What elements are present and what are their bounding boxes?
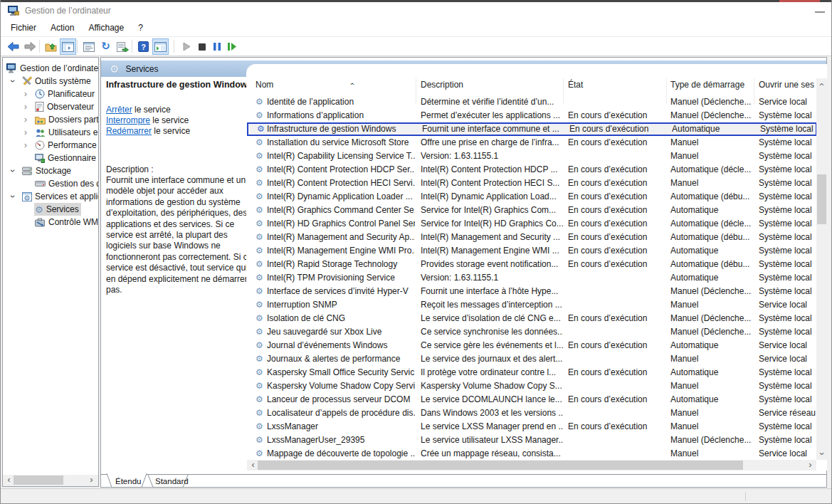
service-description: Kaspersky Volume Shadow Copy S... — [421, 381, 563, 391]
pause-service-button[interactable] — [209, 38, 225, 55]
service-row[interactable]: ⚙Lanceur de processus serveur DCOMLe ser… — [247, 393, 817, 406]
properties-button[interactable] — [80, 38, 97, 55]
event-viewer-icon — [35, 102, 44, 112]
chevron-collapsed-icon[interactable]: › — [21, 127, 30, 138]
chevron-collapsed-icon[interactable]: › — [21, 88, 30, 100]
service-row[interactable]: ⚙LxssManagerUser_29395Le service utilisa… — [247, 434, 817, 447]
tree-item-wmi-control[interactable]: Contrôle WM — [3, 216, 99, 229]
column-header-nom[interactable]: Nom — [256, 80, 273, 90]
tree-item-disk-management[interactable]: Gestion des d — [3, 177, 99, 190]
tree-item-content: Outils système — [21, 75, 93, 88]
tree-horizontal-scrollbar[interactable]: › › — [3, 475, 98, 486]
menu-help[interactable]: ? — [131, 20, 150, 36]
service-row[interactable]: ⚙LxssManagerLe service LXSS Manager pren… — [247, 420, 817, 434]
menu-fichier[interactable]: Fichier — [4, 20, 43, 36]
stop-service-link[interactable]: Arrêter — [106, 105, 132, 115]
scroll-left-icon[interactable]: › — [4, 475, 14, 485]
service-row[interactable]: ⚙Interruption SNMPReçoit les messages d’… — [247, 298, 817, 312]
menu-affichage[interactable]: Affichage — [81, 20, 131, 36]
scroll-up-icon[interactable]: › — [816, 79, 827, 90]
horizontal-scrollbar[interactable]: › › — [247, 460, 816, 471]
service-description: Service for Intel(R) HD Graphics Co... — [421, 219, 563, 229]
tree-item-task-scheduler[interactable]: ›Planificateur — [3, 88, 99, 100]
chevron-collapsed-icon[interactable]: › — [21, 101, 30, 112]
menu-action[interactable]: Action — [43, 20, 81, 36]
start-service-button[interactable] — [179, 38, 195, 55]
service-description: Ce service gère les événements et l... — [421, 340, 563, 350]
service-row[interactable]: ⚙Intel(R) Capability Licensing Service T… — [247, 149, 817, 163]
service-row[interactable]: ⚙Kaspersky Small Office Security Servic.… — [247, 366, 817, 379]
tab-standard[interactable]: Standard — [155, 477, 189, 485]
tab-etendu[interactable]: Étendu — [115, 477, 141, 485]
export-list-button[interactable] — [115, 38, 131, 55]
tree-item-computer[interactable]: Gestion de l’ordinate — [3, 62, 99, 75]
minimize-button[interactable] — [811, 4, 829, 19]
service-row[interactable]: ⚙Interface de services d’invité Hyper-VF… — [247, 285, 817, 298]
chevron-collapsed-icon[interactable]: › — [21, 114, 30, 125]
tree-item-content: Gestionnaire — [34, 152, 98, 164]
tree-item-local-users[interactable]: ›Utilisateurs e — [3, 126, 99, 139]
chevron-expanded-icon[interactable]: › — [7, 77, 19, 85]
tree-scrollbar-thumb[interactable] — [14, 476, 63, 485]
stop-service-button[interactable] — [194, 38, 210, 55]
chevron-expanded-icon[interactable]: › — [7, 167, 19, 175]
service-row[interactable]: ⚙Journaux & alertes de performanceLe ser… — [247, 352, 817, 366]
show-console-tree-button[interactable] — [60, 38, 76, 55]
chevron-collapsed-icon[interactable]: › — [21, 140, 30, 151]
help-button[interactable]: ? — [135, 38, 152, 55]
column-header-etat[interactable]: État — [568, 80, 583, 90]
pause-service-link[interactable]: Interrompre — [106, 115, 150, 125]
restart-service-link[interactable]: Redémarrer — [106, 126, 152, 136]
scroll-down-icon[interactable]: › — [816, 448, 827, 459]
tree-item-storage[interactable]: ›Stockage — [3, 164, 99, 177]
service-row[interactable]: ⚙Journal d’événements WindowsCe service … — [247, 339, 817, 352]
service-row[interactable]: ⚙Informations d’applicationPermet d’exéc… — [247, 109, 817, 122]
restart-service-button[interactable] — [223, 38, 240, 55]
refresh-button[interactable]: ↻ — [98, 38, 114, 55]
service-row[interactable]: ⚙Kaspersky Volume Shadow Copy Servi...Ka… — [247, 379, 817, 393]
service-row[interactable]: ⚙Identité de l’applicationDétermine et v… — [247, 95, 817, 109]
scroll-left-icon[interactable]: › — [248, 460, 258, 471]
service-row[interactable]: ⚙Intel(R) HD Graphics Control Panel Ser.… — [247, 217, 817, 231]
back-button[interactable] — [5, 38, 21, 55]
service-row[interactable]: ⚙Intel(R) Dynamic Application Loader ...… — [247, 190, 817, 204]
tree-item-device-manager[interactable]: Gestionnaire — [3, 152, 99, 164]
service-row[interactable]: ⚙Intel(R) Management and Security Ap...I… — [247, 231, 817, 244]
service-row[interactable]: ⚙Mappage de découverte de topologie ...C… — [247, 447, 817, 461]
service-row[interactable]: ⚙Isolation de clé CNGLe service d’isolat… — [247, 312, 817, 325]
forward-button[interactable] — [22, 38, 38, 55]
service-row[interactable]: ⚙Intel(R) Graphics Command Center Se...S… — [247, 204, 817, 217]
tree-item-tools[interactable]: ›Outils système — [3, 75, 99, 88]
service-row[interactable]: ⚙Localisateur d’appels de procédure dis.… — [247, 406, 817, 420]
scroll-right-icon[interactable]: › — [86, 475, 97, 485]
tree-item-services-gear[interactable]: ⚙Services — [3, 203, 99, 216]
tree-item-performance[interactable]: ›Performance — [3, 139, 99, 152]
service-row[interactable]: ⚙Intel(R) Rapid Storage TechnologyProvid… — [247, 258, 817, 271]
tree-item-event-viewer[interactable]: ›Observateur — [3, 100, 99, 113]
chevron-expanded-icon[interactable]: › — [7, 192, 19, 201]
device-manager-icon — [35, 154, 45, 163]
column-header-description[interactable]: Description — [421, 80, 463, 90]
service-status: En cours d’exécution — [569, 124, 668, 134]
horizontal-scrollbar-thumb[interactable] — [258, 461, 743, 470]
title-bar: Gestion de l’ordinateur — [1, 2, 831, 20]
show-action-pane-button[interactable] — [152, 38, 169, 55]
service-row[interactable]: ⚙Installation du service Microsoft Store… — [247, 136, 817, 149]
gear-icon: ⚙ — [256, 110, 263, 120]
service-row[interactable]: ⚙Intel(R) Content Protection HECI Servi.… — [247, 177, 817, 190]
service-status: En cours d’exécution — [568, 137, 666, 147]
service-row[interactable]: ⚙Intel(R) TPM Provisioning ServiceVersio… — [247, 271, 817, 285]
vertical-scrollbar-thumb[interactable] — [817, 174, 826, 224]
service-row[interactable]: ⚙Infrastructure de gestion WindowsFourni… — [247, 122, 817, 136]
service-row[interactable]: ⚙Intel(R) Content Protection HDCP Ser...… — [247, 163, 817, 177]
service-row[interactable]: ⚙Intel(R) Management Engine WMI Pro...In… — [247, 244, 817, 258]
service-name: Journaux & alertes de performance — [267, 354, 415, 364]
vertical-scrollbar[interactable]: › › — [816, 78, 827, 460]
tree-item-shared-folders[interactable]: ›Dossiers part — [3, 113, 99, 126]
column-header-type-demarrage[interactable]: Type de démarrage — [670, 80, 744, 90]
up-one-level-button[interactable] — [43, 38, 59, 55]
tree-item-services-apps[interactable]: ›Services et applic — [3, 190, 99, 203]
column-header-ouvrir-session[interactable]: Ouvrir une ses — [759, 80, 814, 90]
scroll-right-icon[interactable]: › — [805, 460, 816, 471]
service-row[interactable]: ⚙Jeu sauvegardé sur Xbox LiveCe service … — [247, 325, 817, 339]
